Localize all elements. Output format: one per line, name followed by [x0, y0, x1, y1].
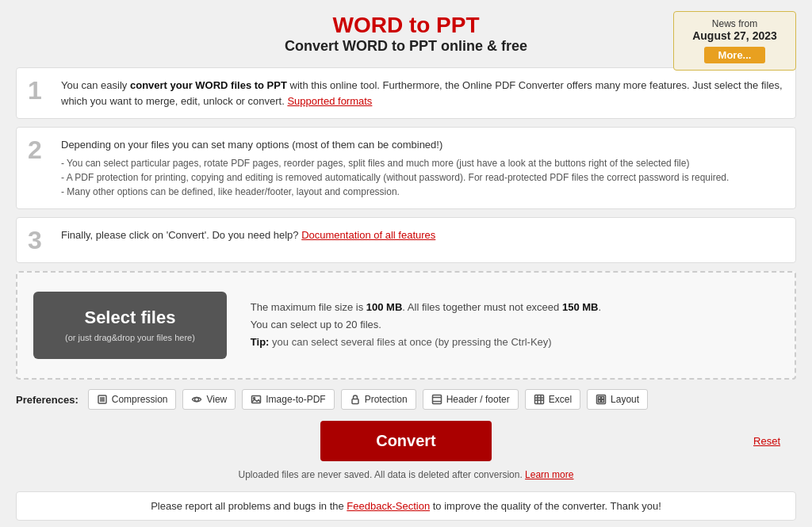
view-icon	[191, 394, 202, 405]
max-size: 100 MB	[366, 301, 403, 313]
protection-label: Protection	[365, 394, 408, 405]
step-2-main-text: Depending on your files you can set many…	[61, 137, 784, 153]
step-3-number: 3	[28, 227, 50, 253]
image-to-pdf-label: Image-to-PDF	[266, 394, 325, 405]
news-box-title: News from	[685, 18, 784, 29]
step-3-text-before: Finally, please click on 'Convert'. Do y…	[61, 229, 299, 241]
step-2-box: 2 Depending on your files you can set ma…	[16, 127, 796, 209]
view-label: View	[206, 394, 227, 405]
privacy-text: Uploaded files are never saved. All data…	[16, 469, 796, 480]
layout-icon	[596, 394, 607, 405]
svg-rect-17	[599, 397, 601, 399]
layout-button[interactable]: Layout	[587, 389, 648, 410]
lock-icon	[350, 394, 361, 405]
step-2-line-3: - Many other options can be defined, lik…	[61, 185, 784, 199]
info-before: The maximum file size is	[251, 301, 366, 313]
excel-icon	[534, 394, 545, 405]
learn-more-link[interactable]: Learn more	[525, 469, 573, 480]
preferences-label: Preferences:	[16, 394, 79, 406]
image-icon	[251, 394, 262, 405]
preferences-row: Preferences: Compression View Image-to-P…	[16, 389, 796, 410]
upload-tip: Tip: you can select several files at onc…	[251, 334, 601, 351]
convert-row: Convert Reset	[16, 421, 796, 461]
feedback-link[interactable]: Feedback-Section	[347, 500, 430, 512]
convert-button[interactable]: Convert	[320, 421, 492, 461]
upload-box: Select files (or just drag&drop your fil…	[16, 271, 796, 380]
upload-info: The maximum file size is 100 MB. All fil…	[251, 299, 601, 351]
compression-label: Compression	[112, 394, 168, 405]
feedback-text-after: to improve the quality of the converter.…	[433, 500, 661, 512]
step-2-number: 2	[28, 137, 50, 162]
image-to-pdf-button[interactable]: Image-to-PDF	[242, 389, 334, 410]
reset-link[interactable]: Reset	[753, 435, 780, 447]
privacy-message: Uploaded files are never saved. All data…	[239, 469, 523, 480]
info-end: .	[598, 301, 601, 313]
step-1-number: 1	[28, 78, 50, 103]
documentation-link[interactable]: Documentation of all features	[301, 229, 435, 241]
step-2-line-2: - A PDF protection for printing, copying…	[61, 170, 784, 185]
drag-drop-label: (or just drag&drop your files here)	[65, 333, 195, 343]
svg-rect-5	[252, 396, 261, 403]
feedback-box: Please report all problems and bugs in t…	[16, 491, 796, 521]
select-files-label: Select files	[84, 307, 175, 327]
protection-button[interactable]: Protection	[341, 389, 416, 410]
svg-rect-8	[432, 395, 441, 404]
step-1-box: 1 You can easily convert your WORD files…	[16, 67, 796, 119]
view-button[interactable]: View	[182, 389, 236, 410]
step-1-text-bold: convert your WORD files to PPT	[130, 79, 287, 91]
header-footer-label: Header / footer	[446, 394, 510, 405]
svg-rect-18	[602, 397, 604, 399]
feedback-text-before: Please report all problems and bugs in t…	[151, 500, 347, 512]
compression-icon	[97, 394, 108, 405]
step-1-content: You can easily convert your WORD files t…	[61, 78, 784, 109]
header-footer-icon	[431, 394, 442, 405]
upload-size-info: The maximum file size is 100 MB. All fil…	[251, 299, 601, 316]
step-1-text-before: You can easily	[61, 79, 130, 91]
compression-button[interactable]: Compression	[88, 389, 177, 410]
layout-label: Layout	[611, 394, 639, 405]
header-footer-button[interactable]: Header / footer	[423, 389, 519, 410]
step-2-line-1: - You can select particular pages, rotat…	[61, 156, 784, 170]
news-box-date: August 27, 2023	[685, 29, 784, 42]
page-wrapper: WORD to PPT Convert WORD to PPT online &…	[0, 0, 812, 527]
news-more-button[interactable]: More...	[704, 47, 766, 63]
max-total: 150 MB	[562, 301, 599, 313]
step-3-content: Finally, please click on 'Convert'. Do y…	[61, 227, 784, 243]
svg-rect-19	[599, 400, 601, 403]
tip-text-value: you can select several files at once (by…	[272, 336, 552, 348]
upload-file-count: You can select up to 20 files.	[251, 316, 601, 334]
excel-button[interactable]: Excel	[525, 389, 580, 410]
step-3-box: 3 Finally, please click on 'Convert'. Do…	[16, 217, 796, 263]
svg-rect-7	[352, 399, 358, 404]
select-files-button[interactable]: Select files (or just drag&drop your fil…	[33, 292, 227, 360]
excel-label: Excel	[549, 394, 572, 405]
supported-formats-link[interactable]: Supported formats	[287, 95, 372, 107]
info-mid: . All files together must not exceed	[402, 301, 562, 313]
step-2-small-text: - You can select particular pages, rotat…	[61, 156, 784, 199]
svg-rect-11	[534, 395, 543, 404]
news-box: News from August 27, 2023 More...	[673, 11, 796, 71]
step-2-content: Depending on your files you can set many…	[61, 137, 784, 199]
svg-rect-20	[602, 400, 604, 403]
